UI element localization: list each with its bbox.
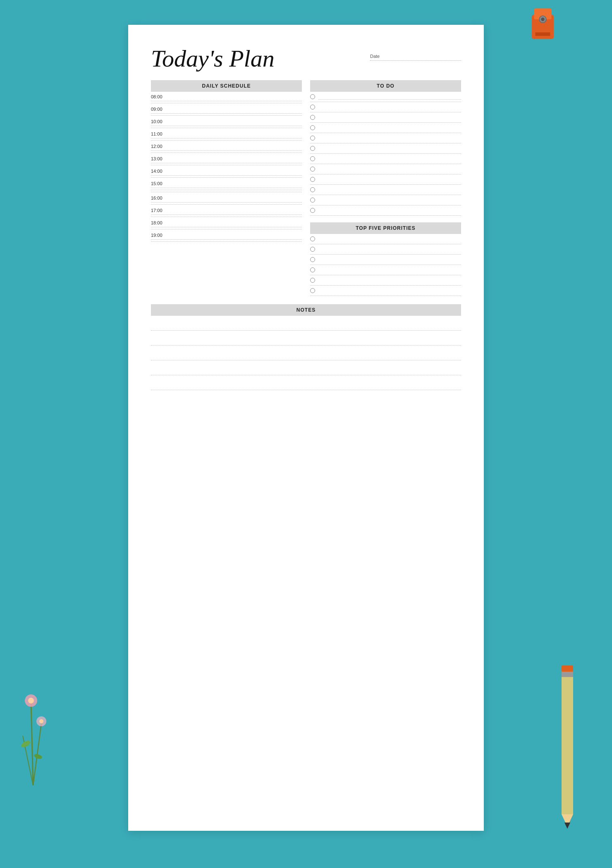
schedule-line <box>151 163 302 163</box>
hour-block-17: 17:00 <box>151 206 302 217</box>
priority-item <box>310 265 461 275</box>
header: Today's Plan Date <box>151 45 461 72</box>
svg-rect-1 <box>534 8 551 19</box>
svg-point-3 <box>541 17 544 21</box>
todo-item <box>310 205 461 216</box>
schedule-line <box>151 138 302 138</box>
todo-circle <box>310 125 315 130</box>
page: Today's Plan Date DAILY SCHEDULE 08:00 0… <box>128 25 484 831</box>
todo-circle <box>310 208 315 213</box>
schedule-line <box>151 202 302 203</box>
schedule-line <box>151 239 302 240</box>
svg-line-5 <box>31 703 33 785</box>
todo-circle <box>310 156 315 161</box>
hour-block-12: 12:00 <box>151 142 302 153</box>
schedule-line <box>151 215 302 215</box>
hour-block-19: 19:00 <box>151 231 302 242</box>
hour-label-13: 13:00 <box>151 156 302 161</box>
svg-rect-15 <box>562 674 573 814</box>
svg-line-6 <box>33 723 41 785</box>
svg-marker-17 <box>564 823 570 829</box>
schedule-line <box>151 229 302 229</box>
hour-label-09: 09:00 <box>151 107 302 112</box>
todo-circle <box>310 167 315 172</box>
notes-section: NOTES <box>151 304 461 390</box>
priorities-header: TOP FIVE PRIORITIES <box>310 222 461 234</box>
hour-label-14: 14:00 <box>151 169 302 174</box>
daily-schedule-header: DAILY SCHEDULE <box>151 80 302 92</box>
svg-point-2 <box>539 16 546 23</box>
schedule-line <box>151 175 302 176</box>
todo-item <box>310 185 461 195</box>
todo-item <box>310 154 461 164</box>
schedule-line <box>151 204 302 205</box>
left-column: DAILY SCHEDULE 08:00 09:00 10:00 <box>151 80 302 243</box>
todo-circle <box>310 198 315 203</box>
schedule-line <box>151 101 302 101</box>
schedule-line <box>151 103 302 103</box>
todo-item <box>310 164 461 174</box>
svg-point-11 <box>39 719 43 723</box>
priorities-section: TOP FIVE PRIORITIES <box>310 222 461 296</box>
schedule-line <box>151 128 302 128</box>
priority-item <box>310 234 461 244</box>
todo-circle <box>310 146 315 151</box>
hour-label-19: 19:00 <box>151 233 302 238</box>
svg-point-8 <box>25 694 37 707</box>
schedule-line <box>151 241 302 242</box>
todo-item <box>310 174 461 185</box>
note-line <box>151 375 461 390</box>
hour-block-10: 10:00 <box>151 117 302 128</box>
hour-label-15: 15:00 <box>151 181 302 186</box>
schedule-line <box>151 153 302 153</box>
schedule-line <box>151 115 302 116</box>
hour-block-13: 13:00 <box>151 155 302 165</box>
hour-label-11: 11:00 <box>151 131 302 136</box>
priority-circle <box>310 267 315 272</box>
schedule-line <box>151 217 302 217</box>
todo-circle <box>310 94 315 99</box>
todo-circle <box>310 115 315 120</box>
priority-circle <box>310 247 315 252</box>
hour-block-14: 14:00 <box>151 167 302 178</box>
schedule-line <box>151 140 302 141</box>
svg-point-12 <box>20 739 31 749</box>
todo-item <box>310 143 461 154</box>
note-line <box>151 360 461 375</box>
todo-item <box>310 112 461 123</box>
todo-item <box>310 92 461 102</box>
schedule-block: 08:00 09:00 10:00 11 <box>151 93 302 242</box>
right-column: TO DO <box>310 80 461 296</box>
page-title: Today's Plan <box>151 45 358 72</box>
hour-block-15: 15:00 <box>151 179 302 192</box>
todo-section: TO DO <box>310 80 461 216</box>
hour-label-18: 18:00 <box>151 220 302 225</box>
priority-circle <box>310 257 315 262</box>
svg-rect-0 <box>532 15 554 39</box>
svg-line-7 <box>23 736 33 785</box>
priority-item <box>310 255 461 265</box>
schedule-line <box>151 190 302 190</box>
todo-circle <box>310 136 315 141</box>
schedule-line <box>151 227 302 227</box>
hour-label-16: 16:00 <box>151 196 302 200</box>
svg-marker-16 <box>562 814 573 827</box>
hour-block-09: 09:00 <box>151 105 302 116</box>
svg-point-13 <box>33 753 43 760</box>
priority-circle <box>310 236 315 241</box>
note-line <box>151 316 461 331</box>
todo-item <box>310 123 461 133</box>
todo-item <box>310 195 461 205</box>
note-line <box>151 346 461 360</box>
svg-point-9 <box>28 698 34 703</box>
hour-label-10: 10:00 <box>151 119 302 124</box>
date-line <box>370 60 461 61</box>
schedule-line <box>151 192 302 192</box>
hour-label-17: 17:00 <box>151 208 302 213</box>
todo-item <box>310 133 461 143</box>
schedule-line <box>151 165 302 165</box>
schedule-line <box>151 150 302 151</box>
todo-circle <box>310 177 315 182</box>
priority-item <box>310 244 461 255</box>
priority-item <box>310 286 461 296</box>
